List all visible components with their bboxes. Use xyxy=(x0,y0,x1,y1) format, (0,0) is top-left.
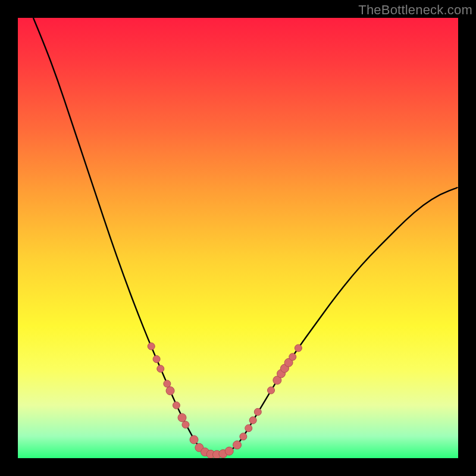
curve-marker xyxy=(295,345,302,352)
curve-marker xyxy=(289,353,296,361)
chart-frame: TheBottleneck.com xyxy=(0,0,476,476)
bottleneck-curve xyxy=(33,18,458,455)
plot-area xyxy=(18,18,458,458)
curve-marker xyxy=(178,414,186,422)
curve-marker xyxy=(148,343,155,350)
watermark-text: TheBottleneck.com xyxy=(358,2,472,18)
curve-marker xyxy=(240,433,247,440)
curve-marker xyxy=(233,441,242,449)
curve-marker xyxy=(254,408,261,415)
curve-marker xyxy=(249,416,256,424)
curve-marker xyxy=(164,380,171,387)
curve-marker xyxy=(190,436,198,444)
curve-marker xyxy=(153,356,160,363)
chart-svg xyxy=(18,18,458,458)
curve-marker xyxy=(166,387,174,395)
curve-marker xyxy=(157,365,164,372)
curve-marker xyxy=(225,447,233,455)
curve-marker xyxy=(268,387,275,394)
curve-markers xyxy=(148,343,302,458)
curve-marker xyxy=(245,425,252,432)
curve-marker xyxy=(182,421,189,428)
curve-marker xyxy=(173,402,180,409)
